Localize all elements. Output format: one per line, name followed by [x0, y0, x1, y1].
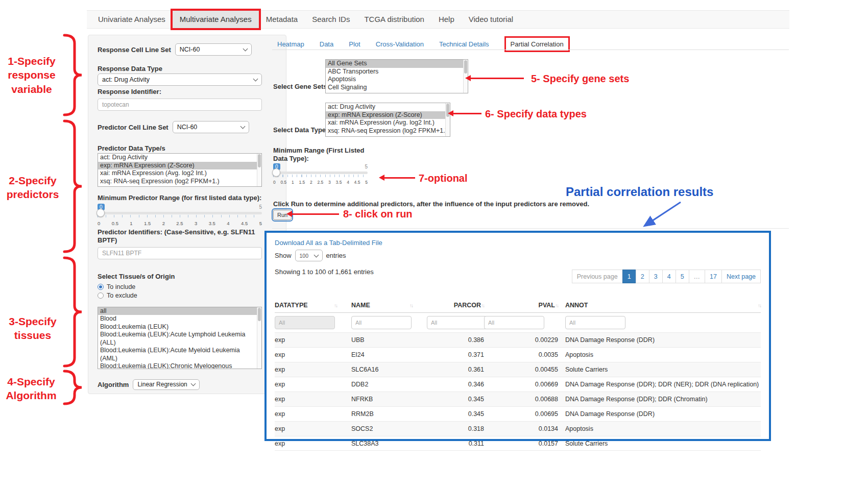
listbox-option[interactable]: ABC Transporters: [326, 68, 463, 76]
filter-input-pval[interactable]: [484, 316, 544, 329]
tissue-include-radio[interactable]: To include: [98, 283, 277, 290]
listbox-option[interactable]: Blood:Leukemia (LEUK): [98, 323, 257, 331]
annotation-step8: 8- click on run: [343, 207, 413, 221]
chevron-down-icon: [253, 77, 258, 82]
slider-track[interactable]: [98, 212, 262, 214]
scrollbar[interactable]: [257, 307, 261, 369]
listbox-option[interactable]: xai: mRNA Expression (Avg. log2 Int.): [98, 169, 257, 178]
show-entries-select[interactable]: 100: [295, 250, 323, 261]
listbox-option[interactable]: all: [98, 307, 257, 315]
scrollbar-thumb[interactable]: [464, 60, 467, 74]
min-range-slider[interactable]: 0 5 00.511.522.533.544.55: [273, 163, 368, 185]
table-row[interactable]: expSLC6A160.3610.00455Solute Carriers: [275, 362, 761, 377]
table-row[interactable]: expSOCS20.3180.0134Apoptosis: [275, 421, 761, 436]
page-button-4[interactable]: 4: [662, 270, 676, 283]
scrollbar[interactable]: [445, 103, 450, 136]
page-button-17[interactable]: 17: [705, 270, 722, 283]
cell-annot: Solute Carriers: [558, 366, 761, 373]
page-button-…[interactable]: …: [689, 270, 706, 283]
listbox-option[interactable]: xsq: RNA-seq Expression (log2 FPKM+1.): [326, 127, 445, 135]
nav-item-search-ids[interactable]: Search IDs: [305, 11, 357, 28]
filter-input-parcor[interactable]: [427, 316, 487, 329]
previous-page-button[interactable]: Previous page: [572, 270, 623, 283]
table-row[interactable]: expEI240.3710.0035Apoptosis: [275, 347, 761, 362]
listbox-option[interactable]: Blood:Leukemia (LEUK):Chronic Myelogenou…: [98, 362, 257, 369]
tab-technical-details[interactable]: Technical Details: [439, 40, 489, 48]
radio-label: To exclude: [107, 292, 137, 299]
listbox-option[interactable]: Blood: [98, 315, 257, 323]
listbox-option[interactable]: xai: mRNA Expression (Avg. log2 Int.): [326, 119, 445, 127]
cell-annot: DNA Damage Response (DDR): [558, 410, 761, 418]
listbox-option[interactable]: exp: mRNA Expression (Z-Score): [326, 111, 445, 119]
column-header-parcor[interactable]: PARCOR↑↓: [427, 302, 484, 309]
column-header-annot[interactable]: ANNOT↑↓: [558, 302, 761, 309]
tab-heatmap[interactable]: Heatmap: [277, 40, 304, 48]
response-cell-line-set-select[interactable]: NCI-60: [175, 43, 252, 56]
filter-input-datatype[interactable]: [275, 316, 335, 329]
cell-name: SLC38A3: [351, 440, 427, 447]
predictor-range-slider[interactable]: 0 5 00.511.522.533.544.55: [98, 204, 262, 226]
sort-icon[interactable]: ↑↓: [409, 303, 413, 308]
nav-item-help[interactable]: Help: [431, 11, 462, 28]
listbox-option[interactable]: Blood:Leukemia (LEUK):Acute Myeloid Leuk…: [98, 347, 257, 362]
slider-tick-label: 3.5: [336, 180, 342, 185]
nav-item-univariate-analyses[interactable]: Univariate Analyses: [91, 11, 173, 28]
listbox-option[interactable]: exp: mRNA Expression (Z-Score): [98, 162, 257, 170]
nav-item-video-tutorial[interactable]: Video tutorial: [462, 11, 520, 28]
annotation-step6: 6- Specify data types: [485, 107, 587, 120]
listbox-option[interactable]: act: Drug Activity: [98, 154, 257, 162]
page-button-2[interactable]: 2: [636, 270, 649, 283]
predictor-data-types-listbox[interactable]: act: Drug Activityexp: mRNA Expression (…: [98, 153, 262, 187]
slider-track[interactable]: [273, 172, 368, 174]
table-row[interactable]: expUBB0.3860.00229DNA Damage Response (D…: [275, 332, 761, 347]
slider-tick-label: 0.5: [280, 180, 286, 185]
cell-name: SLC6A16: [351, 366, 427, 373]
next-page-button[interactable]: Next page: [721, 270, 761, 283]
bracket-step3: [62, 256, 84, 368]
algorithm-select[interactable]: Linear Regression: [133, 379, 199, 390]
tab-cross-validation[interactable]: Cross-Validation: [376, 40, 424, 48]
nav-item-tcga-distribution[interactable]: TCGA distribution: [357, 11, 431, 28]
nav-item-multivariate-analyses[interactable]: Multivariate Analyses: [173, 11, 259, 28]
listbox-option[interactable]: act: Drug Activity: [326, 103, 445, 111]
predictor-identifiers-input[interactable]: [98, 247, 262, 259]
page-button-1[interactable]: 1: [622, 270, 636, 283]
table-row[interactable]: expNFRKB0.3450.00688DNA Damage Response …: [275, 392, 761, 406]
gene-sets-listbox[interactable]: All Gene SetsABC TransportersApoptosisCe…: [325, 59, 468, 93]
slider-tick-label: 1: [130, 221, 132, 226]
tissue-listbox[interactable]: allBloodBlood:Leukemia (LEUK)Blood:Leuke…: [98, 307, 262, 369]
slider-handle[interactable]: [97, 209, 105, 217]
page-button-5[interactable]: 5: [676, 270, 689, 283]
select-value: act: Drug Activity: [102, 76, 150, 83]
column-header-datatype[interactable]: DATATYPE↑↓: [275, 302, 351, 309]
column-header-pval[interactable]: PVAL↑↓: [484, 302, 558, 309]
tab-plot[interactable]: Plot: [349, 40, 360, 48]
scrollbar-thumb[interactable]: [258, 154, 261, 167]
predictor-cell-line-set-select[interactable]: NCI-60: [173, 121, 249, 133]
table-row[interactable]: expSLC38A30.3110.0157Solute Carriers: [275, 436, 761, 451]
slider-tick-label: 3.5: [209, 221, 215, 226]
download-link[interactable]: Download All as a Tab-Delimited File: [275, 239, 382, 247]
column-header-name[interactable]: NAME↑↓: [351, 302, 427, 309]
listbox-option[interactable]: Blood:Leukemia (LEUK):Acute Lymphoid Leu…: [98, 331, 257, 347]
listbox-option[interactable]: xsq: RNA-seq Expression (log2 FPKM+1.): [98, 178, 257, 186]
listbox-option[interactable]: Apoptosis: [326, 76, 463, 84]
slider-handle[interactable]: [272, 168, 280, 177]
scrollbar-thumb[interactable]: [258, 308, 261, 321]
data-types-listbox[interactable]: act: Drug Activityexp: mRNA Expression (…: [325, 103, 450, 137]
nav-item-metadata[interactable]: Metadata: [259, 11, 305, 28]
sort-icon[interactable]: ↑↓: [758, 303, 761, 308]
tissue-exclude-radio[interactable]: To exclude: [98, 292, 277, 299]
response-identifier-input[interactable]: [98, 99, 262, 111]
filter-input-name[interactable]: [351, 316, 412, 329]
response-data-type-select[interactable]: act: Drug Activity: [98, 74, 262, 86]
listbox-option[interactable]: Cell Signaling: [326, 84, 463, 92]
table-row[interactable]: expDDB20.3460.00669DNA Damage Response (…: [275, 377, 761, 392]
listbox-option[interactable]: All Gene Sets: [326, 60, 463, 68]
page-button-3[interactable]: 3: [649, 270, 663, 283]
table-row[interactable]: expRRM2B0.3450.00695DNA Damage Response …: [275, 406, 761, 421]
sort-icon[interactable]: ↑↓: [334, 303, 337, 308]
scrollbar[interactable]: [257, 154, 261, 186]
filter-input-annot[interactable]: [565, 316, 625, 329]
tab-data[interactable]: Data: [320, 40, 333, 48]
